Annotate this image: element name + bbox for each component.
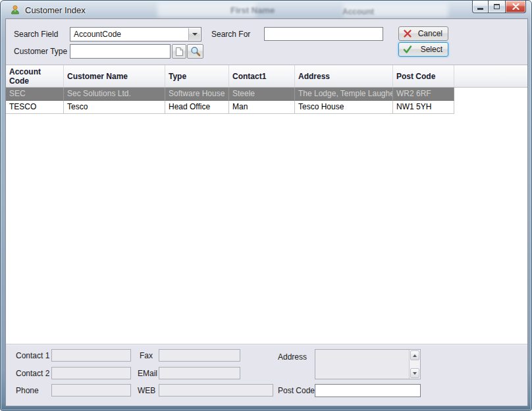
window-title: Customer Index <box>25 5 86 15</box>
window-controls <box>472 1 526 13</box>
triangle-down-icon <box>413 372 417 375</box>
clear-new-button[interactable] <box>172 44 186 59</box>
phone-field[interactable] <box>51 384 131 397</box>
green-check-icon <box>403 45 412 54</box>
minimize-button[interactable] <box>472 1 489 13</box>
maximize-icon <box>494 4 500 9</box>
web-field[interactable] <box>159 384 273 397</box>
column-header-address[interactable]: Address <box>295 65 393 87</box>
triangle-up-icon <box>413 354 417 357</box>
customer-type-input[interactable] <box>70 44 171 59</box>
contact1-label: Contact 1 <box>16 351 49 360</box>
cell-filler <box>454 88 527 101</box>
customer-grid: Account Code Customer Name Type Contact1… <box>6 65 527 344</box>
customer-index-window: First Name Account Customer Index <box>0 0 532 411</box>
contact2-field[interactable] <box>51 367 131 379</box>
cell-contact1: Steele <box>229 88 295 101</box>
fax-field[interactable] <box>159 349 240 362</box>
cell-address: Tesco House <box>295 101 393 114</box>
email-field[interactable] <box>159 367 240 379</box>
column-header-post-code[interactable]: Post Code <box>393 65 454 87</box>
close-icon <box>512 3 519 10</box>
search-lookup-button[interactable] <box>187 44 203 59</box>
combobox-dropdown-button[interactable] <box>188 28 200 40</box>
address-label: Address <box>278 352 307 362</box>
minimize-icon <box>477 8 483 10</box>
cell-post-code: NW1 5YH <box>393 101 454 114</box>
table-row[interactable]: SEC Sec Solutions Ltd. Software House St… <box>6 88 527 101</box>
search-for-input[interactable] <box>264 27 383 41</box>
maximize-button[interactable] <box>489 1 505 13</box>
person-icon <box>10 5 20 15</box>
scroll-down-button[interactable] <box>410 368 419 378</box>
column-header-contact1[interactable]: Contact1 <box>229 65 295 87</box>
address-scrollbar[interactable] <box>409 350 420 379</box>
cell-type: Head Office <box>165 101 229 114</box>
cell-filler <box>454 101 527 114</box>
cell-customer-name: Sec Solutions Ltd. <box>64 88 165 101</box>
fax-label: Fax <box>140 351 153 360</box>
titlebar[interactable]: Customer Index <box>1 1 531 19</box>
cell-account-code: TESCO <box>6 101 64 114</box>
post-code-field[interactable] <box>315 384 421 397</box>
contact1-field[interactable] <box>51 349 131 362</box>
cell-contact1: Man <box>229 101 295 114</box>
email-label: EMail <box>138 369 157 378</box>
address-textarea[interactable] <box>315 349 421 379</box>
post-code-label: Post Code <box>278 386 315 395</box>
web-label: WEB <box>138 386 155 395</box>
red-x-icon <box>403 29 412 38</box>
table-row[interactable]: TESCO Tesco Head Office Man Tesco House … <box>6 101 527 114</box>
close-button[interactable] <box>505 1 526 13</box>
magnifier-icon <box>190 46 201 57</box>
column-header-account-code[interactable]: Account Code <box>6 65 64 87</box>
contact2-label: Contact 2 <box>16 369 49 378</box>
phone-label: Phone <box>16 386 39 395</box>
search-field-label: Search Field <box>14 30 58 39</box>
cell-address: The Lodge, Temple Laugherne <box>295 88 393 101</box>
customer-type-label: Customer Type <box>14 47 67 56</box>
cancel-button-label: Cancel <box>412 29 442 38</box>
select-button-label: Select <box>412 45 442 54</box>
search-panel: Search Field AccountCode Search For Cust… <box>6 19 527 65</box>
scroll-up-button[interactable] <box>410 350 419 360</box>
cell-post-code: WR2 6RF <box>393 88 454 101</box>
search-for-label: Search For <box>211 30 250 39</box>
search-field-combobox[interactable]: AccountCode <box>70 27 201 41</box>
chevron-down-icon <box>192 33 198 36</box>
cell-account-code: SEC <box>6 88 64 101</box>
details-panel: Contact 1 Contact 2 Phone Fax EMail WEB … <box>6 344 527 406</box>
column-header-type[interactable]: Type <box>165 65 229 87</box>
column-header-filler <box>454 65 527 87</box>
cancel-button[interactable]: Cancel <box>398 26 448 41</box>
cell-type: Software House <box>165 88 229 101</box>
column-header-customer-name[interactable]: Customer Name <box>64 65 165 87</box>
search-field-value: AccountCode <box>74 30 121 39</box>
select-button[interactable]: Select <box>398 42 448 57</box>
new-document-icon <box>175 47 184 57</box>
client-area: Search Field AccountCode Search For Cust… <box>6 19 527 406</box>
grid-header: Account Code Customer Name Type Contact1… <box>6 65 527 88</box>
cell-customer-name: Tesco <box>64 101 165 114</box>
